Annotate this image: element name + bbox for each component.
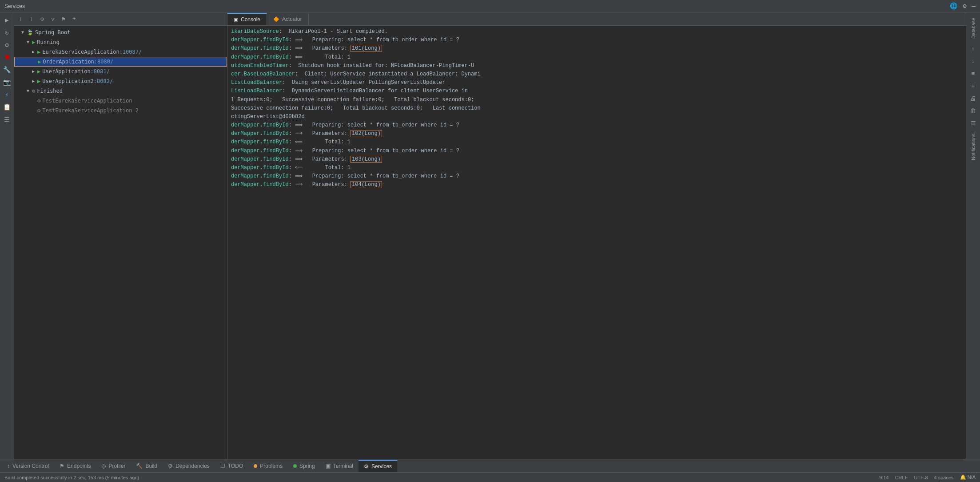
log-message: DynamicServerListLoadBalancer for client… <box>289 88 468 94</box>
version-control-tab-label: Version Control <box>12 463 49 469</box>
tree-item-spring-boot[interactable]: ▼ 🍃 Spring Boot <box>14 28 227 37</box>
log-source: derMapper.findById <box>231 139 289 145</box>
tool-menu-icon[interactable]: ☰ <box>1 114 13 125</box>
toolbar-filter-icon[interactable]: ▽ <box>48 14 58 24</box>
bottom-tab-build[interactable]: 🔨Build <box>131 460 163 472</box>
log-line-12: derMapper.findById: ⟹ Preparing: select … <box>231 121 962 130</box>
bottom-tab-terminal[interactable]: ▣Terminal <box>320 460 359 472</box>
tool-list-icon[interactable]: 📋 <box>1 101 13 113</box>
right-print-icon[interactable]: 🖨 <box>968 93 979 104</box>
tree-item-running[interactable]: ▼ ▶ Running <box>14 37 227 47</box>
tool-stop-icon[interactable]: ⏹ <box>1 51 13 63</box>
problems-dot <box>254 464 257 468</box>
tree-item-finished[interactable]: ▼ ⚙ Finished <box>14 86 227 96</box>
tab-console[interactable]: ▣ Console <box>227 13 267 25</box>
tool-wrench-icon[interactable]: 🔧 <box>1 64 13 75</box>
tree-item-order[interactable]: ▶ OrderApplication :8080/ <box>14 57 227 67</box>
log-source: derMapper.findById <box>231 182 289 188</box>
log-message: l Requests:0; Successive connection fail… <box>231 97 474 103</box>
tool-lightning-icon[interactable]: ⚡ <box>1 89 13 100</box>
right-list1-icon[interactable]: ≡ <box>968 68 979 79</box>
eureka-icon: ▶ <box>37 49 40 55</box>
main-container: ▶ ↻ ⚙ ⏹ 🔧 📷 ⚡ 📋 ☰ ↕ ↕ ⚙ ▽ ⚑ + ▼ 🍃 Spring… <box>0 12 980 459</box>
log-message: Using serverListUpdater PollingServerLis… <box>289 79 446 86</box>
right-list2-icon[interactable]: ≡ <box>968 80 979 92</box>
settings-icon[interactable]: ⚙ <box>963 2 966 10</box>
log-source: derMapper.findById <box>231 122 289 128</box>
left-toolbar: ▶ ↻ ⚙ ⏹ 🔧 📷 ⚡ 📋 ☰ <box>0 12 14 459</box>
console-tab-label: Console <box>241 16 260 23</box>
log-line-18: derMapper.findById: ⟹ Preparing: select … <box>231 172 962 181</box>
tool-camera-icon[interactable]: 📷 <box>1 76 13 88</box>
tool-rerun-icon[interactable]: ↻ <box>1 27 13 38</box>
tab-actuator[interactable]: 🔶 Actuator <box>267 13 309 25</box>
position-indicator[interactable]: 9:14 <box>879 475 888 480</box>
log-message: Successive connection failure:0; Total b… <box>231 105 481 111</box>
toolbar-sort-icon[interactable]: ↕ <box>16 14 26 24</box>
scroll-up-icon[interactable]: ↑ <box>968 43 979 55</box>
bottom-tab-problems[interactable]: Problems <box>248 460 288 472</box>
test-eureka2-icon: ⚙ <box>37 107 40 114</box>
endpoints-tab-label: Endpoints <box>67 463 91 469</box>
bottom-tab-spring[interactable]: Spring <box>288 460 320 472</box>
log-source: ListLoadBalancer <box>231 88 282 94</box>
build-status-text: Build completed successfully in 2 sec, 1… <box>4 475 139 480</box>
globe-icon[interactable]: 🌐 <box>950 2 957 10</box>
database-label[interactable]: Database <box>971 14 976 42</box>
bottom-tab-services[interactable]: ⚙Services <box>359 460 397 472</box>
tool-filter-icon[interactable]: ⚙ <box>1 39 13 51</box>
eureka-port: :10087/ <box>120 49 142 55</box>
tree-item-test-eureka2[interactable]: ⚙ TestEurekaServiceApplication 2 <box>14 106 227 115</box>
toolbar-group-icon[interactable]: ⚙ <box>37 14 47 24</box>
tree-item-user2[interactable]: ▶ ▶ UserApplication2 :8082/ <box>14 76 227 86</box>
minimize-icon[interactable]: — <box>972 3 976 10</box>
actuator-tab-label: Actuator <box>282 16 302 22</box>
log-line-11: ctingServerList@d00b82d <box>231 113 962 121</box>
log-source: ListLoadBalancer <box>231 79 282 86</box>
bottom-tab-endpoints[interactable]: ⚑Endpoints <box>54 460 96 472</box>
log-source: cer.BaseLoadBalancer <box>231 71 295 77</box>
dependencies-tab-label: Dependencies <box>175 463 210 469</box>
log-source: derMapper.findById <box>231 37 289 43</box>
log-line-10: Successive connection failure:0; Total b… <box>231 104 962 113</box>
log-separator: : <box>282 88 288 94</box>
scroll-down-icon[interactable]: ↓ <box>968 55 979 67</box>
tree-item-test-eureka[interactable]: ⚙ TestEurekaServiceApplication <box>14 96 227 106</box>
tool-run-icon[interactable]: ▶ <box>1 14 13 26</box>
bottom-tab-profiler[interactable]: ◎Profiler <box>96 460 131 472</box>
log-message: HikariPool-1 - Start completed. <box>285 28 387 35</box>
right-menu-icon[interactable]: ☰ <box>968 118 979 129</box>
arrow-spring-boot: ▼ <box>21 30 27 35</box>
indent-indicator[interactable]: 4 spaces <box>934 475 954 480</box>
tree-item-user[interactable]: ▶ ▶ UserApplication :8081/ <box>14 67 227 76</box>
log-source: utdownEnabledTimer <box>231 63 289 69</box>
build-tab-label: Build <box>145 463 157 469</box>
log-line-2: derMapper.findById: ⟹ Preparing: select … <box>231 36 962 44</box>
log-source: derMapper.findById <box>231 165 289 171</box>
toolbar-sort2-icon[interactable]: ↕ <box>27 14 36 24</box>
charset-indicator[interactable]: UTF-8 <box>914 475 928 480</box>
services-tab-label: Services <box>371 463 392 470</box>
terminal-tab-label: Terminal <box>333 463 353 469</box>
log-param-highlight: 101(Long) <box>351 45 382 52</box>
log-message: Parameters: <box>306 130 351 137</box>
spring-tab-label: Spring <box>299 463 315 469</box>
bottom-tab-dependencies[interactable]: ⚙Dependencies <box>163 460 215 472</box>
log-line-16: derMapper.findById: ⟹ Parameters: 103(Lo… <box>231 155 962 164</box>
notifications-indicator[interactable]: 🔔 N/A <box>960 474 976 480</box>
line-ending-indicator[interactable]: CRLF <box>895 475 908 480</box>
log-separator: : ⟹ <box>289 148 306 154</box>
toolbar-flag-icon[interactable]: ⚑ <box>59 14 68 24</box>
services-panel: ↕ ↕ ⚙ ▽ ⚑ + ▼ 🍃 Spring Boot ▼ ▶ Running <box>14 12 227 459</box>
tree-item-eureka[interactable]: ▶ ▶ EurekaServiceApplication :10087/ <box>14 47 227 57</box>
toolbar-add-icon[interactable]: + <box>69 14 79 24</box>
log-param-highlight: 102(Long) <box>351 130 382 137</box>
status-right: 9:14 CRLF UTF-8 4 spaces 🔔 N/A <box>879 474 976 480</box>
bottom-tab-version-control[interactable]: ↕Version Control <box>2 460 54 472</box>
bottom-tab-todo[interactable]: ☐TODO <box>215 460 248 472</box>
console-content[interactable]: ikariDataSource: HikariPool-1 - Start co… <box>227 26 966 459</box>
log-message: Preparing: select * from tb_order where … <box>306 148 459 154</box>
notifications-label[interactable]: Notifications <box>971 130 976 164</box>
right-delete-icon[interactable]: 🗑 <box>968 105 979 117</box>
log-line-1: ikariDataSource: HikariPool-1 - Start co… <box>231 28 962 36</box>
